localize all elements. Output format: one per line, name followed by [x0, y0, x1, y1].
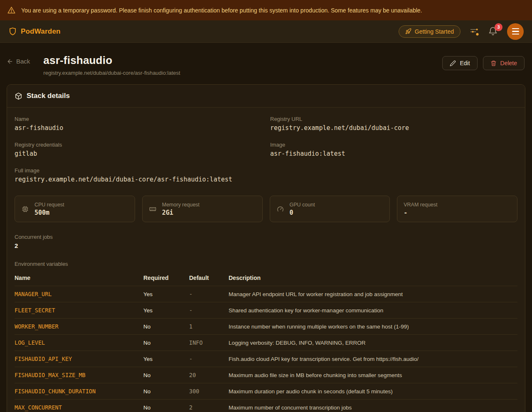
env-var-name: FISHAUDIO_CHUNK_DURATION — [15, 383, 143, 400]
delete-label: Delete — [500, 60, 517, 66]
field-value: gitlab — [15, 150, 262, 157]
head-actions: Edit Delete — [442, 56, 525, 70]
env-var-required: Yes — [143, 286, 189, 302]
env-var-name: MANAGER_URL — [15, 286, 143, 302]
field-concurrent-jobs: Concurrent jobs 2 — [15, 234, 517, 249]
env-var-description: Maximum duration per audio chunk in seco… — [229, 383, 517, 400]
field-value: asr-fishaudio — [15, 124, 262, 132]
field-image: Image asr-fishaudio:latest — [270, 142, 517, 157]
env-vars-table: Name Required Default Description MANAGE… — [15, 272, 517, 412]
resource-label: Memory request — [162, 202, 200, 208]
delete-button[interactable]: Delete — [483, 56, 525, 70]
field-value: 2 — [15, 242, 517, 249]
resource-card-memory: Memory request 2Gi — [142, 196, 263, 222]
table-row: FLEET_SECRET Yes - Shared authentication… — [15, 302, 517, 319]
table-row: MAX_CONCURRENT No 2 Maximum number of co… — [15, 400, 517, 412]
table-row: FISHAUDIO_API_KEY Yes - Fish.audio cloud… — [15, 351, 517, 367]
resource-value: 0 — [290, 209, 315, 216]
env-var-description: Instance number when running multiple wo… — [229, 319, 517, 335]
resource-card-cpu: CPU request 500m — [15, 196, 135, 222]
card-title: Stack details — [27, 92, 70, 100]
app-header: PodWarden Getting Started — [0, 20, 532, 43]
resource-value: 2Gi — [162, 209, 200, 216]
env-var-description: Fish.audio cloud API key for transcripti… — [229, 351, 517, 367]
field-registry-url: Registry URL registry.example.net/dubai/… — [270, 116, 517, 132]
column-header-default: Default — [189, 272, 229, 286]
pencil-icon — [450, 60, 456, 66]
env-var-description: Logging verbosity: DEBUG, INFO, WARNING,… — [229, 335, 517, 351]
brand[interactable]: PodWarden — [8, 27, 61, 36]
env-var-default: - — [189, 286, 229, 302]
column-header-description: Description — [229, 272, 517, 286]
resource-card-gpu: GPU count 0 — [270, 196, 390, 222]
rocket-icon — [405, 28, 411, 34]
resource-value: - — [404, 209, 437, 216]
resource-label: VRAM request — [404, 202, 437, 208]
table-row: MANAGER_URL Yes - Manager API endpoint U… — [15, 286, 517, 302]
resource-value: 500m — [34, 209, 64, 216]
env-var-required: No — [143, 400, 189, 412]
arrow-left-icon — [7, 58, 13, 65]
table-row: FISHAUDIO_MAX_SIZE_MB No 20 Maximum audi… — [15, 367, 517, 383]
env-var-default: 20 — [189, 367, 229, 383]
env-var-default: 1 — [189, 319, 229, 335]
env-var-required: No — [143, 319, 189, 335]
env-var-default: - — [189, 351, 229, 367]
env-var-required: Yes — [143, 351, 189, 367]
env-vars-label: Environment variables — [15, 261, 517, 267]
field-label: Name — [15, 116, 262, 122]
env-var-default: INFO — [189, 335, 229, 351]
card-header: Stack details — [7, 85, 525, 108]
field-label: Registry credentials — [15, 142, 262, 148]
edit-button[interactable]: Edit — [442, 56, 477, 70]
resource-cards: CPU request 500m Memory request 2Gi — [15, 196, 517, 222]
env-var-required: No — [143, 367, 189, 383]
field-full-image: Full image registry.example.net/dubai/du… — [15, 167, 517, 183]
env-var-name: FISHAUDIO_MAX_SIZE_MB — [15, 367, 143, 383]
memory-icon — [149, 205, 157, 213]
env-var-default: 2 — [189, 400, 229, 412]
stack-details-card: Stack details Name asr-fishaudio Registr… — [7, 84, 525, 412]
env-var-description: Maximum number of concurrent transcripti… — [229, 400, 517, 412]
fields-grid: Name asr-fishaudio Registry URL registry… — [15, 116, 517, 157]
gauge-icon — [276, 205, 284, 213]
env-var-description: Shared authentication key for worker-man… — [229, 302, 517, 319]
env-var-name: LOG_LEVEL — [15, 335, 143, 351]
field-label: Image — [270, 142, 517, 148]
page-title: asr-fishaudio — [43, 54, 180, 67]
env-var-required: No — [143, 383, 189, 400]
getting-started-button[interactable]: Getting Started — [399, 25, 461, 38]
field-label: Concurrent jobs — [15, 234, 517, 240]
trash-icon — [490, 60, 497, 66]
notifications-bell[interactable]: 3 — [488, 26, 499, 37]
env-var-name: FLEET_SECRET — [15, 302, 143, 319]
column-header-name: Name — [15, 272, 143, 286]
brand-name: PodWarden — [21, 27, 61, 36]
menu-button[interactable] — [507, 23, 524, 40]
env-var-required: Yes — [143, 302, 189, 319]
field-value: asr-fishaudio:latest — [270, 150, 517, 157]
shield-icon — [8, 27, 17, 36]
table-header-row: Name Required Default Description — [15, 272, 517, 286]
cpu-icon — [21, 205, 29, 213]
field-label: Registry URL — [270, 116, 517, 122]
resource-label: GPU count — [290, 202, 315, 208]
field-registry-credentials: Registry credentials gitlab — [15, 142, 262, 157]
back-label: Back — [16, 58, 30, 65]
page-subtitle: registry.example.net/dubai/dubai-core/as… — [43, 70, 180, 76]
resource-card-vram: VRAM request - — [397, 196, 517, 222]
env-var-description: Maximum audio file size in MB before chu… — [229, 367, 517, 383]
back-button[interactable]: Back — [7, 58, 30, 65]
notification-badge: 3 — [495, 23, 502, 31]
banner-text: You are using a temporary password. Plea… — [21, 7, 422, 14]
env-var-name: WORKER_NUMBER — [15, 319, 143, 335]
env-var-required: No — [143, 335, 189, 351]
cube-icon — [15, 92, 22, 100]
hamburger-icon — [512, 28, 519, 29]
tune-icon[interactable] — [469, 26, 480, 37]
temporary-password-banner: You are using a temporary password. Plea… — [0, 0, 532, 20]
title-block: asr-fishaudio registry.example.net/dubai… — [43, 54, 180, 76]
env-var-default: - — [189, 302, 229, 319]
card-body: Name asr-fishaudio Registry URL registry… — [7, 108, 525, 412]
header-actions: Getting Started 3 — [399, 23, 524, 40]
